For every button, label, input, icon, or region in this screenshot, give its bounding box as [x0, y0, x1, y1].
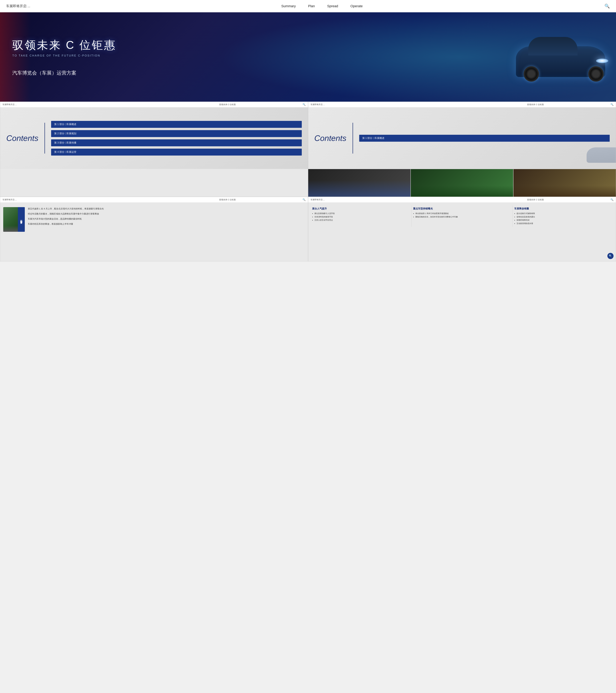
slide-panel-activity: 车展即将开启 ... 驭领未来 C 位钜惠 🔍 活动背景 第五代途胜 L 在 4…: [0, 197, 308, 261]
feature-1-item-3: 主持人的互动节目亮点: [314, 219, 410, 222]
slide-nav-4: 车展即将开启 ... 驭领未来 C 位钜惠 🔍: [308, 197, 616, 202]
slide-panel-contents-single: 车展即将开启 ... 驭领未来 C 位钜惠 🔍 Contents 第 1 部分 …: [308, 102, 616, 197]
activity-text-2: 经过年后数月的蓄水，湖南区域各大品牌将在车展中集中力量进行潜客释放: [28, 212, 303, 215]
slide-panel-contents-full: 车展即将开启 ... 驭领未来 C 位钜惠 🔍 Contents 第 1 部分 …: [0, 102, 308, 197]
activity-image: 活动背景: [3, 207, 25, 232]
search-float-button[interactable]: 🔍: [608, 253, 614, 259]
nav-links: Summary Plan Spread Operate: [39, 3, 604, 9]
hero-title: 驭领未来 C 位钜惠: [12, 38, 604, 53]
slide-nav-4-title: 驭领未来 C 位钜惠: [460, 198, 611, 201]
slide-nav-1-search[interactable]: 🔍: [302, 103, 305, 106]
feature-card-2-title: 重点车型持续曝光: [413, 207, 511, 210]
slide-nav-1-title: 驭领未来 C 位钜惠: [153, 103, 302, 106]
feature-card-1-list: 展位及展场吸引人流手段 非表演时段的集客手段 主持人的互动节目亮点: [312, 212, 410, 222]
hero-desc: 汽车博览会（车展）运营方案: [12, 70, 604, 76]
feature-card-2: 重点车型持续曝光 将全新途胜 L 和伊兰特放置展开最显眼处 聚集宾购的目光，加深…: [412, 205, 513, 227]
feature-3-item-4: 互动留资增加意向客: [517, 222, 612, 225]
slide-nav-4-search[interactable]: 🔍: [611, 198, 614, 201]
activity-label-box: 活动背景: [18, 207, 25, 232]
car-bg-small: [582, 147, 613, 166]
feature-1-item-1: 展位及展场吸引人流手段: [314, 212, 410, 215]
feature-img-crowd: [308, 169, 411, 197]
activity-content: 活动背景 第五代途胜 L 在 4 月上市，配合北京现代大力宣传的时机，将直接吸引…: [0, 202, 308, 236]
slide-panel-features: 车展即将开启 ... 驭领未来 C 位钜惠 🔍 展台人气提升 展位及展场吸引人流…: [308, 197, 616, 261]
slide-nav-2: 车展即将开启 ... 驭领未来 C 位钜惠 🔍: [308, 102, 616, 107]
activity-text-1: 第五代途胜 L 在 4 月上市，配合北京现代大力宣传的时机，将直接吸引潜客自光: [28, 207, 303, 210]
feature-card-3-list: 提出促购方式辅助销售 促销信息及政策的露出 前期经销商培训 互动留资增加意向客: [514, 212, 612, 225]
nav-bar: 车展即将开启 ... Summary Plan Spread Operate 🔍: [0, 0, 616, 12]
contents-divider-2: [353, 123, 353, 154]
feature-images-row: [308, 169, 616, 197]
feature-1-item-2: 非表演时段的集客手段: [314, 215, 410, 219]
feature-card-1: 展台人气提升 展位及展场吸引人流手段 非表演时段的集客手段 主持人的互动节目亮点: [311, 205, 412, 227]
contents-slide-full: Contents 第 1 部分 □车展概述 第 2 部分 □车展规划 第 3 部…: [0, 107, 308, 169]
contents-menu-1: 第 1 部分 □车展概述 第 2 部分 □车展规划 第 3 部分 □车展传播 第…: [51, 121, 302, 156]
contents-menu-2: 第 1 部分 □车展概述: [359, 135, 610, 142]
activity-text-3: 车展为汽车市场大型的展会活动，是品牌传播的最佳时机: [28, 217, 303, 220]
contents-slide-single: Contents 第 1 部分 □车展概述: [308, 107, 616, 169]
feature-card-2-list: 将全新途胜 L 和伊兰特放置展开最显眼处 聚集宾购的目光，加深本车型在购车消费者…: [413, 212, 511, 219]
feature-3-item-1: 提出促购方式辅助销售: [517, 212, 612, 215]
features-content: 展台人气提升 展位及展场吸引人流手段 非表演时段的集客手段 主持人的互动节目亮点…: [308, 202, 616, 230]
features-cards: 展台人气提升 展位及展场吸引人流手段 非表演时段的集客手段 主持人的互动节目亮点…: [308, 202, 616, 230]
car-headlight: [596, 59, 608, 63]
car-body-small: [587, 147, 616, 163]
nav-link-summary[interactable]: Summary: [281, 3, 296, 9]
nav-brand: 车展即将开启 ...: [6, 4, 30, 8]
feature-img-road: [411, 169, 513, 197]
activity-text-4: 车展对积压库存的释放，将直接影响上半年冲量: [28, 222, 303, 225]
slide-nav-2-brand: 车展即将开启 ...: [311, 103, 460, 106]
feature-2-item-2: 聚集宾购的目光，加深本车型在购车消费者心中印象: [415, 215, 511, 219]
contents-title-2: Contents: [314, 134, 346, 143]
four-panel-grid: 车展即将开启 ... 驭领未来 C 位钜惠 🔍 Contents 第 1 部分 …: [0, 102, 616, 261]
contents-divider-1: [44, 123, 45, 154]
hero-banner: 驭领未来 C 位钜惠 TO TAKE CHARGE OF THE FUTURE …: [0, 12, 616, 102]
activity-text-content: 第五代途胜 L 在 4 月上市，配合北京现代大力宣传的时机，将直接吸引潜客自光 …: [28, 207, 303, 225]
feature-img-showroom: [513, 169, 616, 197]
slide-nav-3-brand: 车展即将开启 ...: [2, 198, 153, 201]
contents-item-1[interactable]: 第 1 部分 □车展概述: [51, 121, 302, 128]
contents-item-3[interactable]: 第 3 部分 □车展传播: [51, 139, 302, 146]
slide-nav-1-brand: 车展即将开启 ...: [2, 103, 153, 106]
slide-nav-1: 车展即将开启 ... 驭领未来 C 位钜惠 🔍: [0, 102, 308, 107]
feature-3-item-2: 促销信息及政策的露出: [517, 215, 612, 219]
contents-title-1: Contents: [6, 134, 38, 143]
feature-3-item-3: 前期经销商培训: [517, 219, 612, 222]
nav-link-spread[interactable]: Spread: [327, 3, 338, 9]
hero-subtitle-en: TO TAKE CHARGE OF THE FUTURE C-POSITION: [12, 54, 604, 57]
feature-card-3-title: 车展释放销量: [514, 207, 612, 210]
slide-nav-4-brand: 车展即将开启 ...: [311, 198, 460, 201]
feature-card-3: 车展释放销量 提出促购方式辅助销售 促销信息及政策的露出 前期经销商培训 互动留…: [513, 205, 614, 227]
contents-single-item-1[interactable]: 第 1 部分 □车展概述: [359, 135, 610, 142]
search-icon[interactable]: 🔍: [604, 3, 610, 8]
contents-item-2[interactable]: 第 2 部分 □车展规划: [51, 130, 302, 137]
slide-nav-2-title: 驭领未来 C 位钜惠: [460, 103, 611, 106]
slide-nav-3-title: 驭领未来 C 位钜惠: [153, 198, 302, 201]
slide-nav-3: 车展即将开启 ... 驭领未来 C 位钜惠 🔍: [0, 197, 308, 202]
nav-link-operate[interactable]: Operate: [351, 3, 363, 9]
activity-label: 活动背景: [20, 218, 23, 221]
feature-2-item-1: 将全新途胜 L 和伊兰特放置展开最显眼处: [415, 212, 511, 215]
nav-link-plan[interactable]: Plan: [308, 3, 315, 9]
slide-nav-3-search[interactable]: 🔍: [302, 198, 305, 201]
feature-card-1-title: 展台人气提升: [312, 207, 410, 210]
contents-item-4[interactable]: 第 4 部分 □车展运管: [51, 148, 302, 156]
slide-nav-2-search[interactable]: 🔍: [611, 103, 614, 106]
